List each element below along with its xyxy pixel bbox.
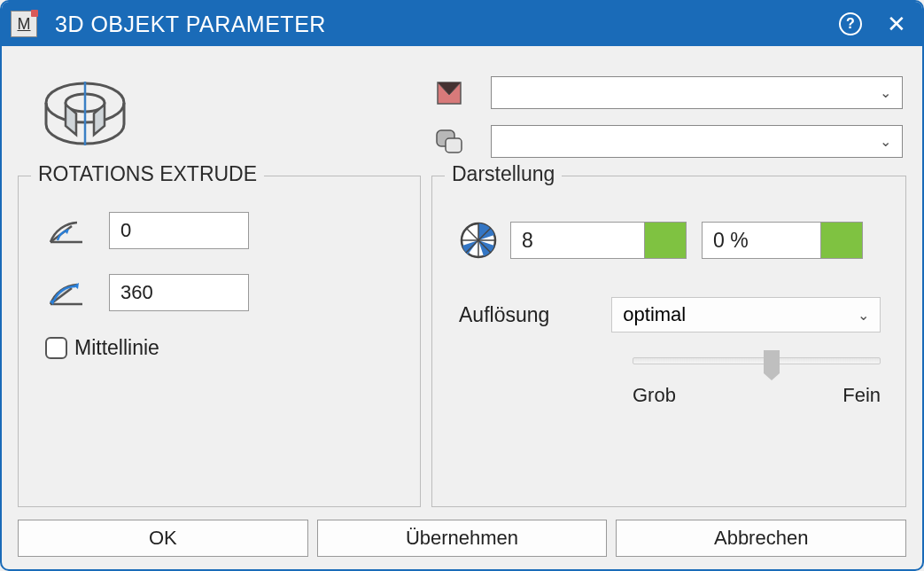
percent-input[interactable] (702, 222, 821, 259)
slider-max-label: Fein (842, 384, 881, 407)
titlebar: M 3D OBJEKT PARAMETER ? ✕ (2, 2, 922, 46)
rotations-extrude-group: ROTATIONS EXTRUDE (18, 176, 421, 507)
segments-confirm-button[interactable] (645, 222, 687, 259)
end-angle-icon (45, 276, 86, 309)
start-angle-icon (45, 214, 86, 247)
group-title-darstellung: Darstellung (445, 162, 562, 186)
resolution-slider[interactable] (633, 357, 881, 364)
dialog-window: M 3D OBJEKT PARAMETER ? ✕ (0, 0, 924, 571)
layer-icon (429, 128, 470, 156)
cancel-button[interactable]: Abbrechen (616, 520, 906, 557)
end-angle-input[interactable] (109, 274, 249, 311)
apply-button[interactable]: Übernehmen (317, 520, 608, 557)
object-preview-icon (43, 73, 149, 158)
chevron-down-icon: ⌄ (858, 307, 869, 324)
svg-rect-5 (446, 138, 462, 153)
slider-min-label: Grob (633, 384, 676, 407)
action-buttons: OK Übernehmen Abbrechen (18, 520, 906, 557)
start-angle-input[interactable] (109, 212, 249, 249)
ok-button[interactable]: OK (18, 520, 308, 557)
segments-icon (459, 221, 498, 260)
darstellung-group: Darstellung (431, 176, 906, 507)
layer-dropdown[interactable]: ⌄ (491, 125, 903, 158)
help-icon[interactable]: ? (839, 12, 862, 35)
segments-input[interactable] (510, 222, 645, 259)
chevron-down-icon: ⌄ (880, 133, 891, 150)
resolution-label: Auflösung (459, 303, 549, 327)
chevron-down-icon: ⌄ (880, 84, 891, 101)
content-area: ⌄ ⌄ ROTATIONS EX (2, 46, 922, 569)
material-icon (429, 81, 470, 106)
centerline-checkbox[interactable] (45, 337, 67, 359)
group-title-rotations: ROTATIONS EXTRUDE (31, 162, 264, 186)
top-row: ⌄ ⌄ (18, 64, 906, 176)
window-title: 3D OBJEKT PARAMETER (55, 12, 839, 37)
material-dropdown[interactable]: ⌄ (491, 76, 903, 109)
app-icon: M (11, 11, 37, 37)
slider-thumb[interactable] (764, 350, 780, 373)
resolution-select[interactable]: optimal ⌄ (611, 297, 881, 332)
middle-row: ROTATIONS EXTRUDE (18, 176, 906, 507)
centerline-label: Mittellinie (74, 336, 159, 360)
percent-confirm-button[interactable] (821, 222, 863, 259)
close-icon[interactable]: ✕ (887, 11, 906, 38)
top-controls: ⌄ ⌄ (184, 73, 903, 158)
resolution-value: optimal (623, 303, 686, 326)
